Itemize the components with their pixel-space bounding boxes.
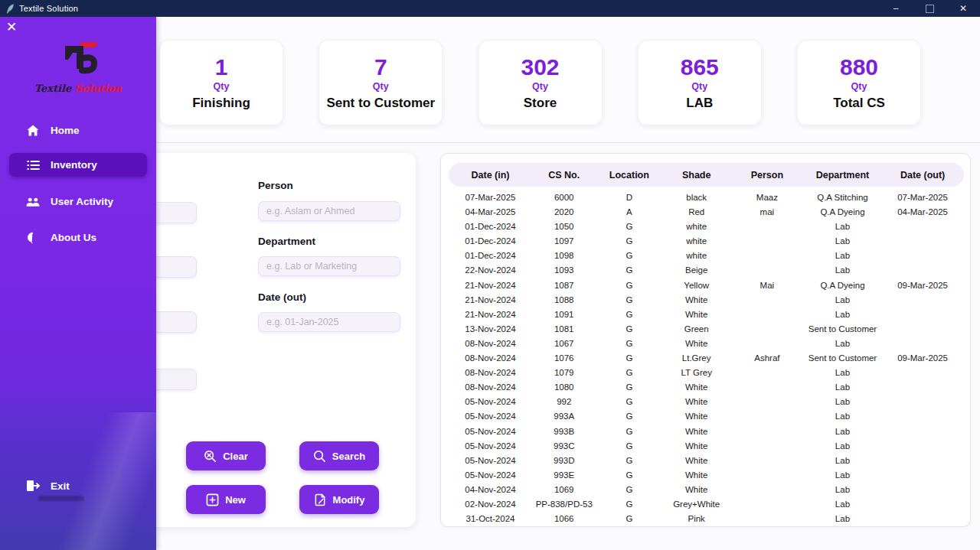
app-feather-icon	[6, 4, 15, 14]
card-quantity: 7	[374, 55, 387, 80]
table-row[interactable]: 13-Nov-2024 1081 G Green Sent to Custome…	[449, 322, 964, 337]
brand-monogram-icon	[56, 40, 100, 78]
table-header-cell: Shade	[662, 170, 730, 181]
edit-icon	[314, 493, 327, 506]
table-row[interactable]: 22-Nov-2024 1093 G Beige Lab	[449, 263, 964, 278]
cell-person: Ashraf	[730, 351, 804, 366]
cell-cs-no: 1079	[532, 366, 596, 380]
table-row[interactable]: 02-Nov-2024 PP-838/PD-53 G Grey+White La…	[449, 497, 964, 512]
cell-department: Lab	[804, 308, 882, 322]
cell-department: Lab	[804, 366, 882, 380]
cell-location: G	[596, 322, 662, 337]
table-row[interactable]: 04-Nov-2024 1069 G White Lab	[449, 483, 964, 497]
cell-location: G	[596, 380, 662, 395]
summary-card: 7 Qty Sent to Customer	[318, 40, 443, 125]
card-unit: Qty	[851, 81, 867, 92]
cell-person: Maaz	[730, 190, 804, 205]
cell-department: Lab	[804, 380, 882, 395]
table-row[interactable]: 01-Dec-2024 1098 G white Lab	[449, 249, 964, 263]
cell-department: Lab	[804, 512, 882, 526]
modify-button-label: Modify	[333, 494, 365, 506]
window-title: Textile Solution	[19, 4, 78, 13]
cell-shade: white	[662, 234, 730, 249]
department-input[interactable]	[258, 256, 400, 276]
table-row[interactable]: 05-Nov-2024 992 G White Lab	[449, 395, 964, 409]
card-title: Sent to Customer	[326, 96, 435, 111]
plus-icon	[206, 493, 219, 506]
cell-cs-no: 1076	[532, 351, 596, 366]
cell-department: Lab	[804, 425, 882, 439]
close-button[interactable]: ✕	[946, 0, 980, 17]
table-row[interactable]: 08-Nov-2024 1076 G Lt.Grey Ashraf Sent t…	[449, 351, 964, 366]
cell-shade: white	[662, 220, 730, 234]
sidebar-item-about-us[interactable]: About Us	[9, 226, 147, 249]
cell-date-out: 09-Mar-2025	[881, 351, 964, 366]
table-row[interactable]: 07-Mar-2025 6000 D black Maaz Q.A Stitch…	[449, 190, 964, 205]
table-row[interactable]: 21-Nov-2024 1087 G Yellow Mai Q.A Dyeing…	[449, 278, 964, 293]
cell-shade: White	[662, 425, 730, 439]
sidebar-item-inventory[interactable]: Inventory	[9, 153, 147, 177]
cell-shade: Red	[662, 205, 730, 220]
new-button-label: New	[225, 494, 246, 506]
exit-button[interactable]: Exit	[9, 474, 124, 497]
date-out-label: Date (out)	[258, 291, 306, 303]
modify-button[interactable]: Modify	[299, 485, 379, 514]
cell-location: G	[596, 337, 662, 351]
card-unit: Qty	[532, 81, 548, 92]
table-header-row: Date (in)CS No.LocationShadePersonDepart…	[449, 163, 964, 187]
table-row[interactable]: 08-Nov-2024 1067 G White Lab	[449, 337, 964, 351]
search-button-label: Search	[332, 451, 365, 462]
cell-date-in: 05-Nov-2024	[449, 409, 532, 424]
cell-department: Lab	[804, 263, 882, 278]
table-row[interactable]: 05-Nov-2024 993D G White Lab	[449, 454, 964, 468]
cell-cs-no: 1080	[532, 380, 596, 395]
cell-shade: White	[662, 380, 730, 395]
summary-card: 1 Qty Finishing	[159, 40, 283, 125]
table-row[interactable]: 01-Dec-2024 1097 G white Lab	[449, 234, 964, 249]
cell-date-in: 08-Nov-2024	[449, 337, 532, 351]
table-row[interactable]: 21-Nov-2024 1091 G White Lab	[449, 308, 964, 322]
cell-shade: Green	[662, 322, 730, 337]
table-row[interactable]: 08-Nov-2024 1080 G White Lab	[449, 380, 964, 395]
cell-cs-no: 1088	[532, 293, 596, 308]
cell-date-in: 04-Mar-2025	[449, 205, 532, 220]
cell-shade: White	[662, 409, 730, 424]
table-row[interactable]: 31-Oct-2024 1066 G Pink Lab	[449, 512, 964, 526]
cell-location: G	[596, 483, 662, 497]
table-row[interactable]: 08-Nov-2024 1079 G LT Grey Lab	[449, 366, 964, 380]
cell-date-in: 02-Nov-2024	[449, 497, 532, 512]
cell-shade: White	[662, 483, 730, 497]
table-row[interactable]: 05-Nov-2024 993E G White Lab	[449, 468, 964, 483]
sidebar-item-label: Inventory	[51, 159, 97, 171]
cell-location: G	[596, 512, 662, 526]
table-row[interactable]: 05-Nov-2024 993C G White Lab	[449, 439, 964, 454]
search-button[interactable]: Search	[299, 441, 379, 470]
cell-cs-no: 993E	[532, 468, 596, 483]
cell-date-in: 05-Nov-2024	[449, 439, 532, 454]
card-quantity: 1	[215, 55, 228, 80]
sidebar-close-icon[interactable]: ✕	[6, 21, 17, 34]
brand-logo: Textile Solution	[0, 40, 156, 94]
table-row[interactable]: 21-Nov-2024 1088 G White Lab	[449, 293, 964, 308]
brand-name-dark: Textile	[34, 83, 71, 94]
sidebar-item-user-activity[interactable]: User Activity	[9, 190, 147, 213]
table-header-cell: Date (in)	[449, 170, 532, 181]
clear-button[interactable]: Clear	[186, 441, 266, 470]
brand-name: Textile Solution	[0, 83, 156, 94]
table-row[interactable]: 05-Nov-2024 993A G White Lab	[449, 409, 964, 424]
new-button[interactable]: New	[186, 485, 266, 514]
table-row[interactable]: 04-Mar-2025 2020 A Red mai Q.A Dyeing 04…	[449, 205, 964, 220]
cell-cs-no: 992	[532, 395, 596, 409]
person-input[interactable]	[258, 201, 400, 221]
cell-date-out: 04-Mar-2025	[881, 205, 964, 220]
table-row[interactable]: 01-Dec-2024 1050 G white Lab	[449, 220, 964, 234]
sidebar-item-home[interactable]: Home	[9, 119, 147, 142]
maximize-button[interactable]	[913, 0, 946, 17]
cell-shade: black	[662, 190, 730, 205]
cell-date-in: 01-Dec-2024	[449, 220, 532, 234]
minimize-button[interactable]: –	[879, 0, 913, 17]
cell-shade: White	[662, 468, 730, 483]
date-out-input[interactable]	[258, 312, 400, 332]
table-row[interactable]: 05-Nov-2024 993B G White Lab	[449, 425, 964, 439]
cell-department: Q.A Dyeing	[804, 278, 882, 293]
